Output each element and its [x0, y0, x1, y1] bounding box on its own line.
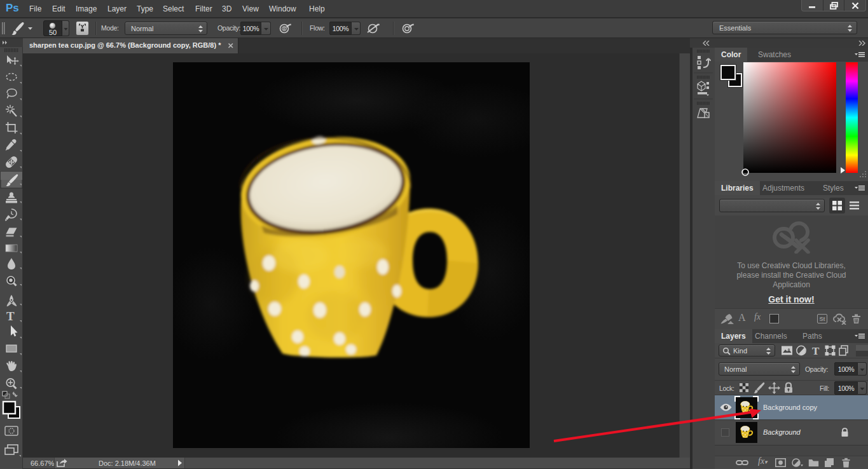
- svg-text:T: T: [6, 309, 15, 323]
- svg-text:T: T: [812, 345, 820, 357]
